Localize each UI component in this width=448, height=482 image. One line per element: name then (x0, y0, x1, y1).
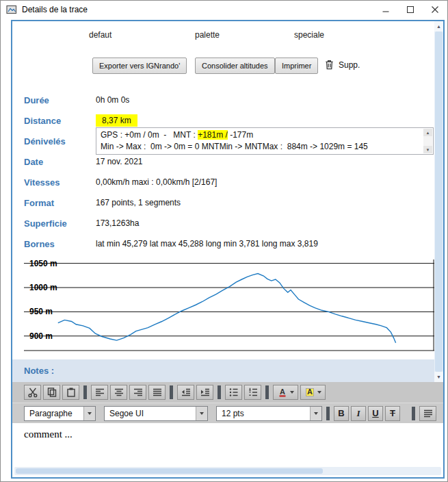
tab-speciale[interactable]: speciale (294, 30, 324, 40)
row-deniveles: Dénivelés GPS : +0m / 0m - MNT : +181m /… (12, 131, 443, 151)
chevron-down-icon[interactable] (196, 407, 207, 420)
align-justify-button[interactable] (148, 385, 166, 400)
scissors-icon (27, 387, 38, 398)
tab-defaut[interactable]: defaut (89, 30, 111, 40)
notes-comment-text: comment ... (24, 429, 73, 440)
row-format: Format 167 points, 1 segments (12, 192, 443, 213)
underline-button[interactable]: U (368, 406, 383, 421)
notes-edit-area[interactable]: comment ... (12, 423, 443, 466)
cut-button[interactable] (24, 385, 41, 400)
paste-button[interactable] (62, 385, 79, 400)
toolbar-separator (218, 385, 221, 399)
strikethrough-button[interactable]: T (385, 406, 400, 421)
delete-button[interactable]: Supp. (325, 60, 360, 70)
outdent-button[interactable] (177, 385, 194, 400)
vitesses-label: Vitesses (24, 177, 96, 188)
font-name-select[interactable]: Segoe UI (104, 406, 208, 421)
tab-palette[interactable]: palette (195, 30, 220, 40)
deniveles-scroll-down-icon[interactable]: ▼ (423, 146, 432, 153)
indent-icon (200, 387, 211, 398)
toolbar-separator (326, 407, 330, 420)
toolbar-separator (83, 385, 87, 399)
align-center-button[interactable] (110, 385, 127, 400)
paragraph-align-button[interactable] (419, 406, 436, 421)
maximize-button[interactable] (398, 1, 423, 18)
paste-icon (66, 387, 77, 398)
align-left-button[interactable] (91, 385, 108, 400)
numbered-list-button[interactable] (244, 385, 261, 400)
align-justify-icon (152, 387, 163, 398)
toolbar-separator (170, 385, 173, 399)
paragraph-style-select[interactable]: Paragraphe (24, 406, 96, 421)
consolidate-altitudes-button[interactable]: Consolider altitudes (195, 58, 275, 74)
vitesses-value: 0,00km/h maxi : 0,00km/h [2/167] (96, 177, 217, 187)
scroll-up-icon[interactable]: ▲ (434, 21, 443, 31)
distance-label: Distance (24, 116, 96, 126)
chevron-down-icon (317, 391, 321, 394)
delete-label: Supp. (339, 60, 360, 70)
notes-label: Notes : (24, 366, 54, 376)
deniveles-label: Dénivelés (24, 136, 96, 147)
deniveles-line1-highlight: +181m / (198, 130, 228, 140)
copy-button[interactable] (43, 385, 60, 400)
vertical-scrollbar[interactable]: ▲ ▼ (434, 21, 443, 382)
content-frame: defaut palette speciale Exporter vers IG… (11, 20, 445, 479)
close-button[interactable] (423, 1, 447, 18)
export-ignrando-button[interactable]: Exporter vers IGNrando' (92, 58, 187, 74)
row-duree: Durée 0h 0m 0s (12, 90, 443, 110)
bornes-value: lat min 45,279 lat max 45,288 long min 3… (96, 239, 318, 249)
minimize-icon (382, 6, 389, 13)
superficie-label: Superficie (24, 218, 96, 229)
window-icon[interactable] (6, 4, 17, 15)
bullet-list-button[interactable] (225, 385, 242, 400)
notes-band: Notes : (12, 359, 443, 382)
duree-label: Durée (24, 95, 96, 105)
distance-value: 8,37 km (96, 114, 137, 127)
deniveles-line2: Min -> Max : 0m -> 0m = 0 MNTMin -> MNTM… (101, 141, 421, 153)
deniveles-scrollbar[interactable]: ▲ ▼ (423, 129, 432, 153)
date-label: Date (24, 157, 96, 167)
paragraph-style-value: Paragraphe (25, 409, 83, 418)
horizontal-scrollbar-thumb[interactable] (16, 468, 323, 474)
minimize-button[interactable] (373, 1, 398, 18)
scroll-down-icon[interactable]: ▼ (434, 372, 443, 382)
highlight-color-button[interactable]: A (300, 385, 326, 400)
deniveles-line1-post: -177m (228, 130, 253, 140)
font-color-button[interactable]: A (273, 385, 298, 400)
svg-text:A: A (280, 388, 285, 396)
deniveles-scroll-up-icon[interactable]: ▲ (423, 129, 432, 136)
print-button[interactable]: Imprimer (275, 58, 318, 74)
outdent-icon (181, 387, 192, 398)
row-bornes: Bornes lat min 45,279 lat max 45,288 lon… (12, 233, 443, 254)
chevron-down-icon[interactable] (83, 407, 95, 420)
svg-text:950 m: 950 m (29, 307, 53, 316)
maximize-icon (407, 6, 414, 13)
elevation-chart: 1050 m1000 m950 m900 m (24, 254, 434, 355)
align-right-icon (133, 387, 144, 398)
align-lines-icon (423, 408, 434, 419)
deniveles-box[interactable]: GPS : +0m / 0m - MNT : +181m / -177m Min… (96, 127, 434, 155)
svg-text:900 m: 900 m (29, 331, 53, 341)
close-icon (432, 6, 438, 13)
chevron-down-icon[interactable] (310, 407, 321, 420)
duree-value: 0h 0m 0s (96, 95, 129, 105)
row-superficie: Superficie 173,1263ha (12, 213, 443, 233)
align-left-icon (94, 387, 105, 398)
font-size-select[interactable]: 12 pts (216, 406, 322, 421)
vertical-scrollbar-thumb[interactable] (435, 31, 443, 372)
toolbar-separator (265, 385, 269, 399)
indent-button[interactable] (196, 385, 213, 400)
highlight-icon: A (304, 387, 315, 398)
row-vitesses: Vitesses 0,00km/h maxi : 0,00km/h [2/167… (12, 172, 443, 192)
elevation-chart-panel: 1050 m1000 m950 m900 m (24, 254, 443, 355)
deniveles-line1-pre: GPS : +0m / 0m - MNT : (101, 130, 198, 140)
svg-text:1050 m: 1050 m (29, 259, 57, 268)
horizontal-scrollbar[interactable] (14, 467, 441, 475)
font-name-value: Segoe UI (105, 409, 196, 418)
italic-button[interactable]: I (351, 406, 366, 421)
bornes-label: Bornes (24, 239, 96, 249)
trash-icon (325, 60, 334, 70)
superficie-value: 173,1263ha (96, 218, 139, 228)
align-right-button[interactable] (129, 385, 146, 400)
bold-button[interactable]: B (334, 406, 349, 421)
